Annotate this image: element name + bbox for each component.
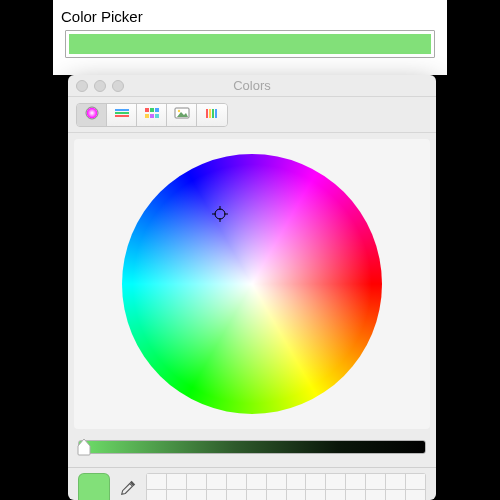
svg-rect-18 [215,109,217,118]
panel-title: Colors [68,78,436,93]
svg-rect-5 [115,115,129,117]
swatch-slot[interactable] [287,474,306,489]
selected-color-well[interactable] [65,30,435,58]
swatch-slot[interactable] [207,474,226,489]
brightness-track [78,440,426,454]
titlebar: Colors [68,75,436,97]
mode-pencils[interactable] [197,104,227,126]
palette-icon [143,106,161,123]
brightness-thumb[interactable] [77,438,91,456]
swatch-slot[interactable] [346,474,365,489]
swatch-slot[interactable] [267,474,286,489]
swatch-slot[interactable] [326,474,345,489]
brightness-slider[interactable] [78,435,426,459]
swatch-slot[interactable] [247,474,266,489]
colors-panel: Colors [68,75,436,500]
color-wheel-icon [83,106,101,123]
sliders-icon [113,106,131,123]
color-wheel[interactable] [122,154,382,414]
svg-rect-15 [206,109,208,118]
current-color-swatch[interactable] [78,473,110,500]
swatch-slot[interactable] [167,474,186,489]
swatch-slot[interactable] [187,474,206,489]
swatch-slot[interactable] [227,490,246,501]
swatch-slot[interactable] [366,490,385,501]
color-wheel-area [74,139,430,429]
svg-rect-6 [145,108,149,112]
svg-rect-3 [115,109,129,111]
svg-rect-9 [145,114,149,118]
svg-rect-8 [155,108,159,112]
svg-point-1 [86,108,96,118]
custom-swatch-grid[interactable] [146,473,426,500]
swatch-slot[interactable] [147,474,166,489]
svg-rect-16 [209,109,211,118]
mode-color-palettes[interactable] [137,104,167,126]
swatch-slot[interactable] [306,490,325,501]
swatch-slot[interactable] [386,490,405,501]
swatch-slot[interactable] [406,490,425,501]
svg-rect-4 [115,112,129,114]
color-mode-toolbar [68,97,436,133]
svg-rect-10 [150,114,154,118]
swatch-slot[interactable] [227,474,246,489]
swatch-slot[interactable] [167,490,186,501]
mode-color-wheel[interactable] [77,104,107,126]
svg-rect-7 [150,108,154,112]
swatch-slot[interactable] [187,490,206,501]
eyedropper-button[interactable] [118,479,138,499]
swatch-slot[interactable] [207,490,226,501]
swatch-slot[interactable] [386,474,405,489]
crayons-icon [203,106,221,123]
swatch-slot[interactable] [267,490,286,501]
mode-image-palettes[interactable] [167,104,197,126]
swatch-slot[interactable] [346,490,365,501]
swatch-slot[interactable] [366,474,385,489]
selected-color-swatch [69,34,431,54]
swatch-slot[interactable] [147,490,166,501]
mode-color-sliders[interactable] [107,104,137,126]
svg-rect-17 [212,109,214,118]
svg-point-14 [177,110,179,112]
swatch-slot[interactable] [247,490,266,501]
crosshair-icon[interactable] [212,206,228,222]
image-icon [173,106,191,123]
swatch-slot[interactable] [406,474,425,489]
color-picker-label: Color Picker [61,8,143,25]
swatch-slot[interactable] [326,490,345,501]
svg-point-19 [215,209,225,219]
svg-rect-11 [155,114,159,118]
swatch-slot[interactable] [306,474,325,489]
swatch-slot[interactable] [287,490,306,501]
eyedropper-icon [119,479,137,500]
